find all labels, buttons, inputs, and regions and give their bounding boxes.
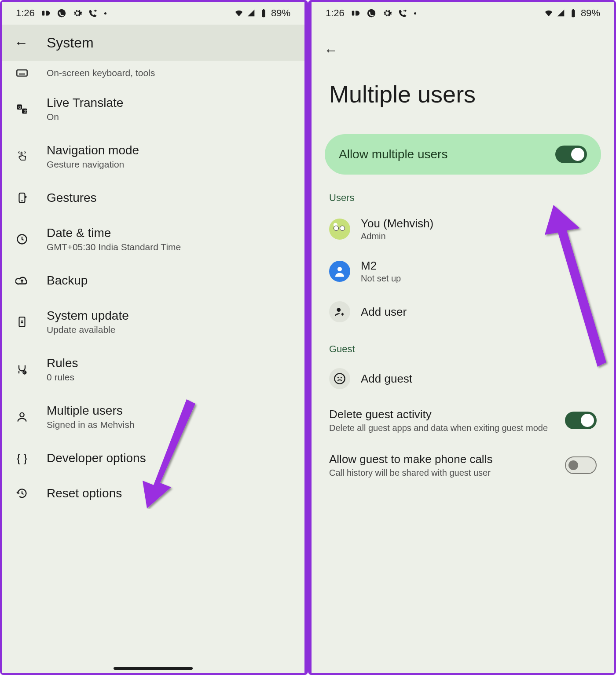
gestures-icon xyxy=(14,192,30,204)
delete-guest-activity-row[interactable]: Delete guest activity Delete all guest a… xyxy=(312,398,614,443)
row-navigation-mode[interactable]: Navigation mode Gesture navigation xyxy=(2,133,304,180)
svg-rect-15 xyxy=(352,11,355,16)
row-keyboard-partial[interactable]: On-screen keyboard, tools xyxy=(2,61,304,85)
section-users: Users xyxy=(312,188,614,208)
phone-right-multiple-users: 1:26 89% ← Multiple users Allow multiple… xyxy=(308,0,616,675)
status-battery-pct: 89% xyxy=(581,7,600,19)
add-user-button[interactable]: Add user xyxy=(312,292,614,331)
allow-multiple-users-toggle[interactable] xyxy=(555,146,587,163)
status-bar: 1:26 89% xyxy=(312,2,614,25)
svg-point-14 xyxy=(20,413,24,417)
svg-rect-17 xyxy=(572,10,575,17)
battery-icon xyxy=(259,8,268,18)
delete-guest-toggle[interactable] xyxy=(565,412,597,429)
svg-rect-4 xyxy=(17,70,27,76)
avatar xyxy=(329,261,350,282)
row-title: Date & time xyxy=(47,226,181,240)
row-title: Gestures xyxy=(47,191,97,205)
row-title: Allow guest to make phone calls xyxy=(329,452,556,466)
row-sub: 0 rules xyxy=(47,372,78,383)
person-icon xyxy=(14,411,30,423)
gesture-nav-bar[interactable] xyxy=(114,667,193,670)
toggle-label: Allow multiple users xyxy=(339,147,447,161)
svg-rect-0 xyxy=(42,11,45,16)
settings-list[interactable]: On-screen keyboard, tools G文 Live Transl… xyxy=(2,61,304,673)
row-sub: Gesture navigation xyxy=(47,159,139,170)
row-live-translate[interactable]: G文 Live Translate On xyxy=(2,85,304,133)
svg-text:G: G xyxy=(18,106,21,109)
avatar xyxy=(329,219,350,240)
section-guest: Guest xyxy=(312,339,614,359)
user-name: M2 xyxy=(361,259,401,273)
row-system-update[interactable]: System update Update available xyxy=(2,298,304,346)
status-time: 1:26 xyxy=(326,7,345,19)
more-dot-icon xyxy=(104,12,106,15)
battery-icon xyxy=(568,8,578,18)
svg-rect-2 xyxy=(262,10,265,17)
back-arrow-icon[interactable]: ← xyxy=(324,42,338,58)
row-developer-options[interactable]: { } Developer options xyxy=(2,441,304,476)
row-sub: Call history will be shared with guest u… xyxy=(329,468,556,478)
row-sub: GMT+05:30 India Standard Time xyxy=(47,242,181,252)
row-title: System update xyxy=(47,309,129,323)
row-backup[interactable]: Backup xyxy=(2,263,304,298)
row-title: Navigation mode xyxy=(47,143,139,157)
svg-point-19 xyxy=(337,267,342,271)
row-sub: Delete all guest apps and data when exit… xyxy=(329,423,556,433)
phone-circle-icon xyxy=(367,8,376,18)
row-reset-options[interactable]: Reset options xyxy=(2,476,304,511)
phone-forward-icon xyxy=(398,8,408,18)
row-sub: On xyxy=(47,112,123,122)
user-name: You (Mehvish) xyxy=(361,217,433,230)
svg-point-21 xyxy=(334,373,345,383)
svg-rect-3 xyxy=(263,9,264,11)
cell-signal-icon xyxy=(556,8,566,18)
row-title: Developer options xyxy=(47,451,146,465)
row-gestures[interactable]: Gestures xyxy=(2,180,304,215)
user-role: Admin xyxy=(361,231,433,241)
notif-id-icon xyxy=(351,8,360,18)
svg-rect-18 xyxy=(572,9,574,11)
translate-icon: G文 xyxy=(14,103,30,115)
row-sub: Update available xyxy=(47,325,129,335)
more-dot-icon xyxy=(414,12,416,15)
status-time: 1:26 xyxy=(16,7,35,19)
allow-guest-calls-toggle[interactable] xyxy=(565,456,597,474)
phone-download-icon xyxy=(14,316,30,328)
status-battery-pct: 89% xyxy=(271,7,290,19)
row-rules[interactable]: Rules 0 rules xyxy=(2,346,304,393)
phone-circle-icon xyxy=(57,8,66,18)
rules-icon xyxy=(14,363,30,376)
row-sub: Signed in as Mehvish xyxy=(47,420,135,430)
swipe-icon xyxy=(14,150,30,163)
row-title: Rules xyxy=(47,356,78,370)
user-row-you[interactable]: You (Mehvish) Admin xyxy=(312,208,614,250)
notif-id-icon xyxy=(41,8,51,18)
add-guest-button[interactable]: Add guest xyxy=(312,359,614,398)
add-user-label: Add user xyxy=(361,305,407,319)
allow-guest-calls-row[interactable]: Allow guest to make phone calls Call his… xyxy=(312,443,614,488)
user-row-m2[interactable]: M2 Not set up xyxy=(312,250,614,292)
clock-icon xyxy=(14,233,30,245)
row-sub: On-screen keyboard, tools xyxy=(47,68,155,78)
svg-point-23 xyxy=(341,377,342,378)
back-arrow-icon[interactable]: ← xyxy=(14,35,28,51)
phone-forward-icon xyxy=(88,8,98,18)
page-title: System xyxy=(47,35,94,51)
allow-multiple-users-toggle-row[interactable]: Allow multiple users xyxy=(325,134,601,175)
row-date-time[interactable]: Date & time GMT+05:30 India Standard Tim… xyxy=(2,215,304,263)
add-guest-label: Add guest xyxy=(361,372,412,386)
guest-icon xyxy=(329,368,350,389)
page-title: Multiple users xyxy=(312,63,614,134)
cell-signal-icon xyxy=(246,8,256,18)
wifi-icon xyxy=(234,8,244,18)
row-title: Multiple users xyxy=(47,404,135,418)
cloud-upload-icon xyxy=(14,274,30,287)
row-multiple-users[interactable]: Multiple users Signed in as Mehvish xyxy=(2,393,304,441)
appbar-system: ← System xyxy=(2,25,304,61)
row-title: Live Translate xyxy=(47,96,123,110)
row-title: Delete guest activity xyxy=(329,408,556,421)
gear-icon xyxy=(73,8,82,18)
svg-text:文: 文 xyxy=(24,109,27,113)
gear-icon xyxy=(382,8,392,18)
